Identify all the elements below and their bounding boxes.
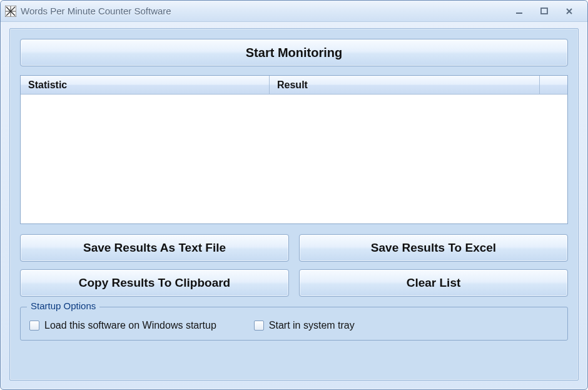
action-buttons: Save Results As Text File Save Results T… <box>20 234 568 297</box>
titlebar: Words Per Minute Counter Software <box>1 1 587 22</box>
minimize-button[interactable] <box>510 6 529 17</box>
start-monitoring-button[interactable]: Start Monitoring <box>20 39 568 66</box>
column-header-spacer <box>540 76 567 94</box>
checkbox-icon <box>254 321 264 331</box>
start-in-tray-label: Start in system tray <box>269 320 355 331</box>
group-title: Startup Options <box>27 300 99 311</box>
start-in-tray-checkbox[interactable]: Start in system tray <box>254 320 355 331</box>
window-controls <box>510 6 584 17</box>
copy-clipboard-button[interactable]: Copy Results To Clipboard <box>20 269 289 297</box>
save-text-button[interactable]: Save Results As Text File <box>20 234 289 262</box>
results-listview[interactable]: Statistic Result <box>20 75 568 224</box>
list-body <box>21 95 567 223</box>
client-area: Start Monitoring Statistic Result Save R… <box>9 28 579 381</box>
window-title: Words Per Minute Counter Software <box>21 6 510 16</box>
column-header-statistic[interactable]: Statistic <box>21 76 270 94</box>
clear-list-button[interactable]: Clear List <box>299 269 568 297</box>
load-on-startup-label: Load this software on Windows startup <box>44 320 216 331</box>
save-excel-button[interactable]: Save Results To Excel <box>299 234 568 262</box>
maximize-button[interactable] <box>535 6 554 17</box>
column-header-result[interactable]: Result <box>270 76 540 94</box>
startup-checks: Load this software on Windows startup St… <box>29 320 559 331</box>
column-headers: Statistic Result <box>21 76 567 95</box>
app-window: Words Per Minute Counter Software Start … <box>0 0 588 390</box>
app-icon <box>4 5 17 18</box>
startup-options-group: Startup Options Load this software on Wi… <box>20 307 568 341</box>
load-on-startup-checkbox[interactable]: Load this software on Windows startup <box>29 320 216 331</box>
checkbox-icon <box>29 321 39 331</box>
svg-rect-6 <box>541 8 547 14</box>
close-button[interactable] <box>560 6 579 17</box>
